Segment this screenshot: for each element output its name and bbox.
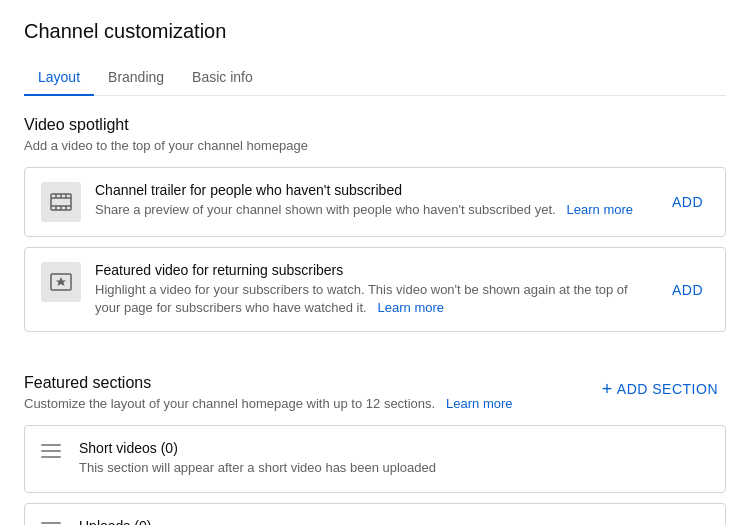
channel-trailer-description: Share a preview of your channel shown wi… <box>95 201 650 219</box>
featured-video-learn-more[interactable]: Learn more <box>374 300 444 315</box>
channel-trailer-action: ADD <box>666 190 709 214</box>
tab-layout[interactable]: Layout <box>24 59 94 95</box>
star-video-icon <box>49 270 73 294</box>
featured-video-content: Featured video for returning subscribers… <box>95 262 650 317</box>
featured-sections-subtitle: Customize the layout of your channel hom… <box>24 396 513 411</box>
svg-marker-10 <box>56 277 66 286</box>
uploads-drag-handle[interactable] <box>41 518 69 525</box>
featured-video-card: Featured video for returning subscribers… <box>24 247 726 332</box>
featured-video-description: Highlight a video for your subscribers t… <box>95 281 650 317</box>
video-spotlight-section: Video spotlight Add a video to the top o… <box>24 96 726 354</box>
featured-sections-section: Featured sections Customize the layout o… <box>24 354 726 525</box>
featured-sections-title: Featured sections <box>24 374 513 392</box>
featured-video-action: ADD <box>666 278 709 302</box>
page-container: Channel customization Layout Branding Ba… <box>0 0 750 525</box>
featured-sections-header: Featured sections Customize the layout o… <box>24 374 726 411</box>
channel-trailer-learn-more[interactable]: Learn more <box>563 202 633 217</box>
film-icon <box>49 190 73 214</box>
short-videos-title: Short videos (0) <box>79 440 436 456</box>
short-videos-content: Short videos (0) This section will appea… <box>79 440 436 477</box>
tabs-bar: Layout Branding Basic info <box>24 59 726 96</box>
featured-video-add-button[interactable]: ADD <box>666 278 709 302</box>
channel-trailer-add-button[interactable]: ADD <box>666 190 709 214</box>
plus-icon: + <box>602 380 613 398</box>
channel-trailer-card: Channel trailer for people who haven't s… <box>24 167 726 237</box>
short-videos-drag-handle[interactable] <box>41 440 69 458</box>
page-title: Channel customization <box>24 20 726 43</box>
uploads-title: Uploads (0) <box>79 518 409 525</box>
short-videos-description: This section will appear after a short v… <box>79 459 436 477</box>
featured-video-icon <box>41 262 81 302</box>
tab-basic-info[interactable]: Basic info <box>178 59 267 95</box>
featured-sections-learn-more[interactable]: Learn more <box>442 396 512 411</box>
featured-video-title: Featured video for returning subscribers <box>95 262 650 278</box>
channel-trailer-title: Channel trailer for people who haven't s… <box>95 182 650 198</box>
uploads-card: Uploads (0) This section will appear whe… <box>24 503 726 525</box>
short-videos-card: Short videos (0) This section will appea… <box>24 425 726 492</box>
video-spotlight-subtitle: Add a video to the top of your channel h… <box>24 138 726 153</box>
featured-sections-info: Featured sections Customize the layout o… <box>24 374 513 411</box>
channel-trailer-content: Channel trailer for people who haven't s… <box>95 182 650 219</box>
add-section-button[interactable]: + ADD SECTION <box>594 376 726 402</box>
channel-trailer-icon <box>41 182 81 222</box>
tab-branding[interactable]: Branding <box>94 59 178 95</box>
uploads-content: Uploads (0) This section will appear whe… <box>79 518 409 525</box>
video-spotlight-title: Video spotlight <box>24 116 726 134</box>
